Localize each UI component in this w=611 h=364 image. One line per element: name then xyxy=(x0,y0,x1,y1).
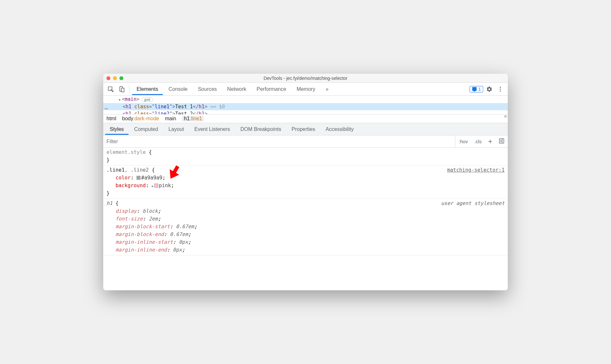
subtab-layout[interactable]: Layout xyxy=(164,124,188,135)
tab-more[interactable]: » xyxy=(321,83,333,95)
svg-point-5 xyxy=(500,91,501,91)
subtab-computed[interactable]: Computed xyxy=(130,124,163,135)
rule-line1-line2[interactable]: matching-selector:1 .line1, .line2 { col… xyxy=(103,166,508,199)
crumb-h1[interactable]: h1.line1 xyxy=(182,116,204,122)
subtab-styles[interactable]: Styles xyxy=(105,124,128,135)
divider xyxy=(129,85,129,93)
minimize-window-button[interactable] xyxy=(113,76,117,80)
tab-memory[interactable]: Memory xyxy=(292,83,320,95)
devtools-window: DevTools - jec.fyi/demo/matching-selecto… xyxy=(103,74,508,290)
main-tabs: Elements Console Sources Network Perform… xyxy=(103,83,508,96)
crumb-body[interactable]: body.dark-mode xyxy=(122,116,159,122)
window-controls xyxy=(106,76,123,80)
color-swatch-icon[interactable] xyxy=(154,184,158,187)
svg-point-4 xyxy=(500,89,501,90)
prop-margin-inline-start[interactable]: margin-inline-start: 0px; xyxy=(116,238,505,246)
settings-icon[interactable] xyxy=(484,84,494,94)
prop-font-size[interactable]: font-size: 2em; xyxy=(116,215,505,223)
window-title: DevTools - jec.fyi/demo/matching-selecto… xyxy=(103,76,508,81)
prop-color[interactable]: color: #a9a9a9; xyxy=(116,174,505,182)
crumb-html[interactable]: html xyxy=(106,116,116,122)
crumb-main[interactable]: main xyxy=(165,116,176,122)
subtab-properties[interactable]: Properties xyxy=(287,124,320,135)
tab-network[interactable]: Network xyxy=(223,83,251,95)
issues-badge[interactable]: 1 xyxy=(470,86,483,92)
expand-triangle-icon[interactable]: ▶ xyxy=(152,184,154,188)
color-swatch-icon[interactable] xyxy=(137,176,140,180)
tab-elements[interactable]: Elements xyxy=(132,83,163,95)
rule-user-agent-h1[interactable]: user agent stylesheet h1 { display: bloc… xyxy=(103,199,508,255)
new-style-rule-button[interactable]: + xyxy=(485,137,495,146)
svg-rect-2 xyxy=(121,88,124,92)
subtab-accessibility[interactable]: Accessibility xyxy=(321,124,358,135)
dom-node-next[interactable]: <h1 class="line2">Test 2</h1> xyxy=(103,110,508,114)
hov-toggle[interactable]: :hov xyxy=(455,139,471,144)
maximize-window-button[interactable] xyxy=(119,76,123,80)
rule-element-style[interactable]: element.style { } xyxy=(103,148,508,166)
issues-count: 1 xyxy=(478,87,481,92)
device-toggle-icon[interactable] xyxy=(117,84,127,94)
subtab-event-listeners[interactable]: Event Listeners xyxy=(190,124,234,135)
prop-margin-block-start[interactable]: margin-block-start: 0.67em; xyxy=(116,223,505,230)
dom-tree[interactable]: <main>grid ⋯ <h1 class="line1">Test 1</h… xyxy=(103,96,508,114)
prop-margin-block-end[interactable]: margin-block-end: 0.67em; xyxy=(116,230,505,238)
svg-rect-6 xyxy=(499,139,504,143)
titlebar: DevTools - jec.fyi/demo/matching-selecto… xyxy=(103,74,508,83)
dom-node-main[interactable]: <main>grid xyxy=(103,96,508,103)
inspect-icon[interactable] xyxy=(106,84,116,94)
tab-performance[interactable]: Performance xyxy=(252,83,291,95)
prop-background[interactable]: background: ▶pink; xyxy=(116,182,505,189)
styles-filter-input[interactable] xyxy=(103,139,455,145)
styles-filter-bar: :hov .cls + xyxy=(103,135,508,148)
dom-node-selected[interactable]: ⋯ <h1 class="line1">Test 1</h1> == $0 xyxy=(103,103,508,111)
svg-point-3 xyxy=(500,87,501,88)
styles-pane[interactable]: element.style { } matching-selector:1 .l… xyxy=(103,148,508,290)
prop-margin-inline-end[interactable]: margin-inline-end: 0px; xyxy=(116,246,505,254)
rule-source-ua: user agent stylesheet xyxy=(441,199,505,207)
prop-display[interactable]: display: block; xyxy=(116,207,505,215)
tab-sources[interactable]: Sources xyxy=(193,83,221,95)
subtab-dom-breakpoints[interactable]: DOM Breakpoints xyxy=(236,124,286,135)
styles-subtabs: Styles Computed Layout Event Listeners D… xyxy=(103,123,508,135)
grid-badge[interactable]: grid xyxy=(141,97,153,102)
cls-toggle[interactable]: .cls xyxy=(471,139,485,144)
rule-source-link[interactable]: matching-selector:1 xyxy=(447,166,505,174)
tab-console[interactable]: Console xyxy=(164,83,192,95)
close-window-button[interactable] xyxy=(106,76,110,80)
breadcrumb: html body.dark-mode main h1.line1 xyxy=(103,114,508,123)
